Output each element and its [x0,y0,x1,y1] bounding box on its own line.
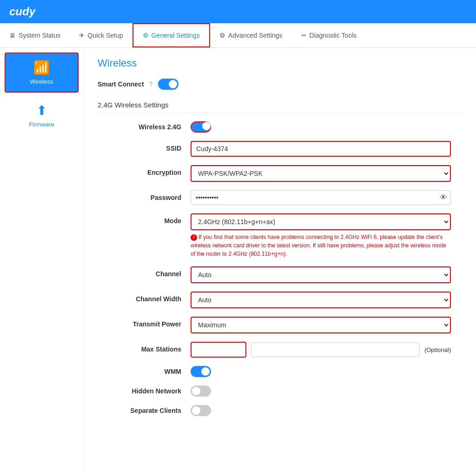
transmit-power-select[interactable]: Maximum High Medium Low [191,317,451,333]
monitor-icon: 🖥 [9,32,16,39]
channel-width-label: Channel Width [98,292,191,303]
smart-connect-label: Smart Connect [98,80,144,88]
password-label: Password [98,190,191,201]
encryption-row: Encryption None WPA-PSK WPA2-PSK WPA-PSK… [98,165,462,182]
wmm-toggle[interactable] [191,366,211,377]
max-stations-label: Max Stations [98,342,191,353]
sidebar-item-firmware[interactable]: ⬆ Firmware [5,96,79,134]
max-stations-row: Max Stations (Optional) [98,342,462,358]
password-control: 👁 [191,190,451,205]
channel-width-select[interactable]: Auto 20MHz 40MHz [191,292,451,308]
wmm-row: WMM [98,366,462,377]
sidebar: 📶 Wireless ⬆ Firmware [0,48,84,471]
settings-icon: ⚙ [219,32,225,39]
rocket-icon: ✈ [79,32,85,39]
logo: cudy [9,5,35,18]
max-stations-input[interactable] [191,342,246,358]
wireless-24g-control [191,121,451,133]
channel-control: Auto 1234 5678 91011 [191,266,451,283]
gear-icon: ⚙ [143,32,149,39]
nav-advanced-settings[interactable]: ⚙ Advanced Settings [210,23,292,47]
password-toggle-btn[interactable]: 👁 [440,193,447,202]
wmm-slider [191,366,211,377]
mode-control: 2.4GHz (802.11b+g+n+ax) 2.4GHz (802.11b+… [191,213,451,258]
transmit-power-control: Maximum High Medium Low [191,317,451,333]
wmm-control [191,366,451,377]
encryption-label: Encryption [98,165,191,176]
separate-clients-toggle[interactable] [191,405,211,416]
ssid-control [191,141,451,157]
mode-row: Mode 2.4GHz (802.11b+g+n+ax) 2.4GHz (802… [98,213,462,258]
encryption-select[interactable]: None WPA-PSK WPA2-PSK WPA-PSK/WPA2-PSK W… [191,165,451,182]
section-24g-heading: 2.4G Wireless Settings [98,101,462,114]
password-wrap: 👁 [191,190,451,205]
separate-clients-row: Separate Clients [98,405,462,416]
channel-label: Channel [98,266,191,278]
channel-width-control: Auto 20MHz 40MHz [191,292,451,308]
wifi-icon: 📶 [33,60,50,75]
separate-clients-control [191,405,451,416]
separate-clients-slider [191,405,211,416]
wireless-24g-label: Wireless 2.4G [98,123,191,131]
header: cudy [0,0,476,23]
layout: 📶 Wireless ⬆ Firmware Wireless Smart Con… [0,48,476,471]
smart-connect-row: Smart Connect ? [98,79,462,90]
channel-select[interactable]: Auto 1234 5678 91011 [191,266,451,283]
hidden-network-toggle[interactable] [191,385,211,397]
ssid-label: SSID [98,141,191,152]
mode-label: Mode [98,213,191,225]
sidebar-label-wireless: Wireless [30,78,53,85]
tools-icon: ✂ [301,32,307,39]
smart-connect-toggle[interactable] [158,79,178,90]
page-title: Wireless [98,57,462,69]
ssid-input[interactable] [191,141,451,157]
max-stations-optional: (Optional) [424,346,451,353]
nav-quick-setup[interactable]: ✈ Quick Setup [70,23,132,47]
hidden-network-label: Hidden Network [98,387,191,395]
ssid-row: SSID [98,141,462,157]
channel-width-row: Channel Width Auto 20MHz 40MHz [98,292,462,308]
transmit-power-label: Transmit Power [98,317,191,328]
hidden-network-slider [191,385,211,397]
password-row: Password 👁 [98,190,462,205]
max-stations-control: (Optional) [191,342,451,358]
channel-row: Channel Auto 1234 5678 91011 [98,266,462,283]
max-stations-input-extra[interactable] [251,342,420,357]
transmit-power-row: Transmit Power Maximum High Medium Low [98,317,462,333]
wmm-label: WMM [98,368,191,375]
mode-select[interactable]: 2.4GHz (802.11b+g+n+ax) 2.4GHz (802.11b+… [191,213,451,230]
sidebar-item-wireless[interactable]: 📶 Wireless [5,53,79,93]
wireless-24g-slider [192,122,210,132]
max-stations-wrap: (Optional) [191,342,451,358]
main-content: Wireless Smart Connect ? 2.4G Wireless S… [84,48,476,471]
nav-general-settings[interactable]: ⚙ General Settings [132,23,210,47]
smart-connect-slider [158,79,178,90]
password-input[interactable] [191,190,451,205]
separate-clients-label: Separate Clients [98,407,191,414]
wireless-24g-row: Wireless 2.4G [98,121,462,133]
main-nav: 🖥 System Status ✈ Quick Setup ⚙ General … [0,23,476,48]
upload-icon: ⬆ [36,103,47,118]
nav-diagnostic-tools[interactable]: ✂ Diagnostic Tools [292,23,366,47]
smart-connect-help: ? [150,81,153,87]
hidden-network-row: Hidden Network [98,385,462,397]
sidebar-label-firmware: Firmware [29,121,54,128]
nav-system-status[interactable]: 🖥 System Status [0,23,70,47]
hidden-network-control [191,385,451,397]
mode-warning: !If you find that some clients have prob… [191,233,451,258]
wireless-24g-toggle[interactable] [191,121,211,133]
warning-icon: ! [191,234,197,241]
encryption-control: None WPA-PSK WPA2-PSK WPA-PSK/WPA2-PSK W… [191,165,451,182]
